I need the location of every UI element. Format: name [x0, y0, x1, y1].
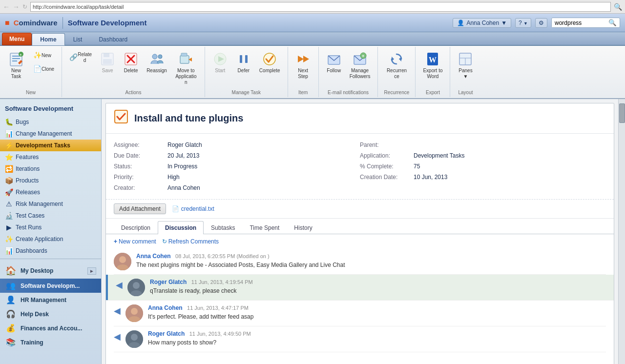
creator-value: Anna Cohen — [167, 184, 200, 191]
tab-history[interactable]: History — [287, 221, 319, 234]
comment-author[interactable]: Anna Cohen — [136, 253, 171, 260]
email-group-label: E-mail notifications — [328, 88, 369, 95]
create-application-icon: ✨ — [5, 235, 13, 243]
comment-author[interactable]: Roger Glatch — [148, 330, 185, 337]
actions-group-label: Actions — [125, 88, 142, 95]
attachment-file-link[interactable]: 📄 credential.txt — [172, 205, 214, 212]
reassign-button[interactable]: Reassign — [143, 49, 170, 76]
application-label: Application: — [360, 152, 414, 159]
content-scrollbar[interactable] — [618, 99, 625, 364]
sidebar-item-products[interactable]: 📦 Products — [0, 175, 101, 186]
next-step-icon — [295, 51, 311, 67]
sidebar-item-test-runs[interactable]: ▶ Test Runs — [0, 222, 101, 233]
address-bar[interactable] — [30, 2, 611, 12]
ribbon-group-manage-task: Start Defer Complete Manage Task — [205, 47, 288, 97]
clone-button[interactable]: 📄 Clone — [29, 62, 58, 75]
nav-item-software-development[interactable]: 👥 Software Developm... — [0, 279, 101, 293]
refresh-browser-btn[interactable]: ↻ — [22, 3, 27, 10]
new-comment-link[interactable]: + New comment — [114, 238, 156, 245]
complete-button[interactable]: Complete — [256, 49, 284, 76]
sidebar-item-change-management[interactable]: 📊 Change Management — [0, 128, 101, 140]
due-date-value: 20 Jul, 2013 — [167, 152, 199, 159]
search-input[interactable] — [552, 19, 605, 27]
nav-item-hr-management[interactable]: 👤 HR Management — [0, 293, 101, 307]
sidebar-item-features[interactable]: ⭐ Features — [0, 151, 101, 163]
application-row: Application: Development Tasks — [360, 150, 606, 161]
dashboards-icon: 📊 — [5, 247, 13, 255]
sidebar-item-create-application[interactable]: ✨ Create Application — [0, 233, 101, 245]
sidebar-label-test-cases: Test Cases — [16, 212, 44, 219]
tab-description[interactable]: Description — [114, 221, 158, 234]
search-button[interactable]: 🔍 — [605, 18, 620, 27]
svg-text:+: + — [362, 54, 364, 59]
nav-item-my-desktop[interactable]: 🏠 My Desktop ► — [0, 263, 101, 279]
comment-author[interactable]: Roger Glatch — [150, 279, 187, 285]
sidebar-item-bugs[interactable]: 🐛 Bugs — [0, 116, 101, 128]
refresh-icon: ↻ — [162, 238, 167, 245]
my-desktop-expand[interactable]: ► — [87, 267, 96, 275]
svg-point-14 — [158, 55, 162, 59]
due-date-row: Due Date: 20 Jul, 2013 — [114, 150, 360, 161]
comment-time: 11 Jun, 2013, 4:19:54 PM — [191, 279, 253, 285]
comment-author[interactable]: Anna Cohen — [148, 304, 183, 311]
comment-text: How many posts to show? — [148, 339, 606, 347]
user-icon: 👤 — [457, 20, 464, 26]
sidebar-item-iterations[interactable]: 🔁 Iterations — [0, 163, 101, 175]
panes-button[interactable]: Panes▼ — [454, 49, 477, 82]
recurrence-button[interactable]: Recurrence — [382, 49, 411, 82]
related-button[interactable]: 🔗 Related — [66, 49, 95, 65]
comment-header: Anna Cohen 08 Jul, 2013, 6:20:55 PM (Mod… — [136, 253, 606, 260]
new-icon: ✨ — [33, 51, 42, 60]
delete-button[interactable]: Delete — [120, 49, 142, 76]
settings-button[interactable]: ⚙ — [535, 18, 547, 28]
nav-item-training[interactable]: 📚 Training — [0, 335, 101, 349]
tab-dashboard[interactable]: Dashboard — [90, 33, 136, 45]
export-to-word-icon: W — [425, 51, 440, 67]
sidebar-nav: 🏠 My Desktop ► 👥 Software Developm... 👤 … — [0, 259, 101, 349]
tab-home[interactable]: Home — [32, 33, 64, 45]
percent-complete-row: % Complete: 75 — [360, 161, 606, 172]
svg-point-38 — [119, 256, 126, 263]
panes-icon — [458, 51, 473, 67]
sidebar-label-create-application: Create Application — [16, 236, 63, 243]
reassign-icon — [149, 51, 165, 67]
nav-item-help-desk[interactable]: 🎧 Help Desk — [0, 307, 101, 321]
sidebar-item-test-cases[interactable]: 🔬 Test Cases — [0, 210, 101, 222]
refresh-comments-link[interactable]: ↻ Refresh Comments — [162, 238, 219, 245]
test-runs-icon: ▶ — [5, 223, 13, 231]
sidebar-item-risk-management[interactable]: ⚠ Risk Management — [0, 198, 101, 210]
follow-button[interactable]: Follow — [323, 49, 345, 76]
status-value: In Progress — [167, 163, 197, 170]
training-label: Training — [21, 339, 43, 346]
tab-list[interactable]: List — [65, 33, 91, 45]
new-comment-label: New comment — [119, 238, 156, 245]
nav-item-finances[interactable]: 💰 Finances and Accou... — [0, 321, 101, 335]
back-btn[interactable]: ← — [3, 3, 10, 11]
new-button[interactable]: ✨ New — [29, 49, 58, 61]
export-to-word-button[interactable]: W Export toWord — [419, 49, 446, 82]
sidebar-item-releases[interactable]: 🚀 Releases — [0, 186, 101, 198]
menu-button[interactable]: Menu — [2, 33, 32, 45]
next-step-button[interactable]: NextStep — [292, 49, 314, 82]
scrollbar-thumb[interactable] — [619, 103, 625, 123]
app-header: ■ Comindware Software Development 👤 Anna… — [0, 14, 625, 32]
forward-btn[interactable]: → — [13, 3, 20, 11]
add-attachment-button[interactable]: Add Attachment — [114, 203, 166, 214]
products-icon: 📦 — [5, 177, 13, 184]
sidebar-item-development-tasks[interactable]: ⚡ Development Tasks — [0, 140, 101, 151]
help-button[interactable]: ? ▼ — [515, 18, 531, 28]
related-label: Related — [78, 52, 92, 63]
sidebar-item-dashboards[interactable]: 📊 Dashboards — [0, 245, 101, 257]
user-button[interactable]: 👤 Anna Cohen ▼ — [453, 18, 511, 28]
start-button[interactable]: Start — [209, 49, 231, 76]
svg-marker-24 — [303, 56, 309, 62]
new-task-button[interactable]: + NewTask — [4, 49, 28, 82]
defer-button[interactable]: Defer — [232, 49, 255, 76]
avatar — [114, 253, 131, 270]
save-button[interactable]: Save — [96, 49, 119, 76]
tab-discussion[interactable]: Discussion — [158, 221, 204, 234]
move-to-application-button[interactable]: Move toApplication — [171, 49, 201, 88]
tab-subtasks[interactable]: Subtasks — [204, 221, 242, 234]
tab-time-spent[interactable]: Time Spent — [242, 221, 287, 234]
manage-followers-button[interactable]: + ManageFollowers — [346, 49, 374, 82]
